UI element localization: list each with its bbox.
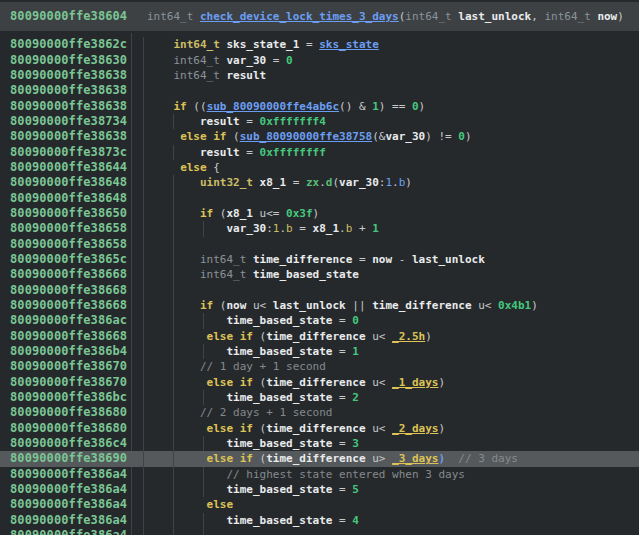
address-label[interactable]: 80090000ffe386c4 [10,436,127,451]
code-row[interactable]: 80090000ffe38658 [0,237,639,252]
code-token: . [339,222,346,235]
address-label[interactable]: 80090000ffe386a4 [10,513,127,528]
address-label[interactable]: 80090000ffe38630 [10,53,127,68]
code-row-selected[interactable]: 80090000ffe38690 else if (time_differenc… [0,451,639,466]
address-label[interactable]: 80090000ffe38648 [10,191,127,206]
address-label[interactable]: 80090000ffe38604 [10,2,127,31]
code-row[interactable]: 80090000ffe38680 else if (time_differenc… [0,421,639,436]
address-label[interactable]: 80090000ffe386a4 [10,482,127,497]
indent-guide [143,359,144,374]
address-label[interactable]: 80090000ffe38638 [10,99,127,114]
code-row[interactable]: 80090000ffe38668 int64_t time_based_stat… [0,267,639,282]
indent-spaces [147,268,200,281]
code-row[interactable]: 80090000ffe38670 // 1 day + 1 second [0,359,639,374]
indent-guide [143,99,144,114]
address-label[interactable]: 80090000ffe38644 [10,160,127,175]
address-label[interactable]: 80090000ffe386a4 [10,467,127,482]
code-row[interactable]: 80090000ffe38638 if ((sub_80090000ffe4ab… [0,99,639,114]
address-label[interactable]: 80090000ffe386a4 [10,497,127,512]
code-token: if [200,207,213,220]
address-label[interactable]: 80090000ffe386b4 [10,344,127,359]
indent-guide [143,283,144,298]
address-label[interactable]: 80090000ffe386a4 [10,528,127,535]
symbol-link[interactable]: _3_days [392,452,438,465]
symbol-link[interactable]: check_device_lock_times_3_days [200,10,399,23]
symbol-link[interactable]: sub_80090000ffe4ab6c [207,100,339,113]
function-signature-row[interactable]: 80090000ffe38604int64_t check_device_loc… [0,2,639,31]
address-label[interactable]: 80090000ffe38638 [10,83,127,98]
indent-guide [143,114,144,129]
address-label[interactable]: 80090000ffe38668 [10,298,127,313]
code-row[interactable]: 80090000ffe386a4 // highest state entere… [0,467,639,482]
code-row[interactable]: 80090000ffe38638 else if (sub_80090000ff… [0,129,639,144]
code-row[interactable]: 80090000ffe386a4 time_based_state = 4 [0,513,639,528]
code-row[interactable]: 80090000ffe3862c int64_t sks_state_1 = s… [0,37,639,52]
address-label[interactable]: 80090000ffe38734 [10,114,127,129]
code-token: : [266,222,273,235]
code-token: . [319,176,326,189]
address-label[interactable]: 80090000ffe38668 [10,267,127,282]
code-row[interactable]: 80090000ffe38658 var_30:1.b = x8_1.b + 1 [0,221,639,236]
address-label[interactable]: 80090000ffe38658 [10,237,127,252]
address-label[interactable]: 80090000ffe38670 [10,359,127,374]
address-label[interactable]: 80090000ffe3862c [10,37,127,52]
address-label[interactable]: 80090000ffe38638 [10,129,127,144]
indent-spaces [147,406,200,419]
code-row[interactable]: 80090000ffe386b4 time_based_state = 1 [0,344,639,359]
code-row[interactable]: 80090000ffe38668 if (now u< last_unlock … [0,298,639,313]
symbol-link[interactable]: sub_80090000ffe38758 [240,130,372,143]
address-label[interactable]: 80090000ffe38668 [10,283,127,298]
code-row[interactable]: 80090000ffe386ac time_based_state = 0 [0,313,639,328]
indent-spaces [147,115,200,128]
code-token: uint32_t [200,176,260,189]
code-token: = [352,253,372,266]
code-row[interactable]: 80090000ffe38638 int64_t result [0,68,639,83]
code-row[interactable]: 80090000ffe386a4 [0,528,639,535]
address-label[interactable]: 80090000ffe38650 [10,206,127,221]
code-row[interactable]: 80090000ffe386c4 time_based_state = 3 [0,436,639,451]
symbol-link[interactable]: _2_days [392,422,438,435]
code-token: , [531,10,544,23]
code-line: time_based_state = 0 [147,313,359,328]
address-label[interactable]: 80090000ffe3873c [10,145,127,160]
code-row[interactable]: 80090000ffe386bc time_based_state = 2 [0,390,639,405]
symbol-link[interactable]: _1_days [392,376,438,389]
code-row[interactable]: 80090000ffe386a4 time_based_state = 5 [0,482,639,497]
address-label[interactable]: 80090000ffe38680 [10,405,127,420]
code-row[interactable]: 80090000ffe38630 int64_t var_30 = 0 [0,53,639,68]
address-label[interactable]: 80090000ffe38690 [10,451,127,466]
code-row[interactable]: 80090000ffe3865c int64_t time_difference… [0,252,639,267]
code-row[interactable]: 80090000ffe38670 else if (time_differenc… [0,375,639,390]
address-label[interactable]: 80090000ffe386bc [10,390,127,405]
address-label[interactable]: 80090000ffe386ac [10,313,127,328]
code-row[interactable]: 80090000ffe38668 else if (time_differenc… [0,329,639,344]
address-label[interactable]: 80090000ffe38670 [10,375,127,390]
code-row[interactable]: 80090000ffe38734 result = 0xfffffff4 [0,114,639,129]
address-label[interactable]: 80090000ffe38638 [10,68,127,83]
code-token: u< [366,422,393,435]
indent-spaces [147,498,207,511]
code-token: result [200,115,240,128]
symbol-link[interactable]: sks_state [319,38,379,51]
code-token: if [200,299,213,312]
code-line: int64_t result [147,68,266,83]
address-label[interactable]: 80090000ffe38648 [10,175,127,190]
code-row[interactable]: 80090000ffe386a4 else [0,497,639,512]
code-row[interactable]: 80090000ffe38650 if (x8_1 u<= 0x3f) [0,206,639,221]
code-row[interactable]: 80090000ffe38668 [0,283,639,298]
code-token: // 1 day + 1 second [200,360,326,373]
code-row[interactable]: 80090000ffe38638 [0,83,639,98]
code-row[interactable]: 80090000ffe38648 uint32_t x8_1 = zx.d(va… [0,175,639,190]
address-label[interactable]: 80090000ffe3865c [10,252,127,267]
address-label[interactable]: 80090000ffe38658 [10,221,127,236]
code-token: if [240,330,253,343]
code-row[interactable]: 80090000ffe38648 [0,191,639,206]
address-label[interactable]: 80090000ffe38668 [10,329,127,344]
address-label[interactable]: 80090000ffe38680 [10,421,127,436]
code-row[interactable]: 80090000ffe38680 // 2 days + 1 second [0,405,639,420]
code-row[interactable]: 80090000ffe3873c result = 0xffffffff [0,145,639,160]
code-row[interactable]: 80090000ffe38644 else { [0,160,639,175]
symbol-link[interactable]: _2.5h [392,330,425,343]
code-token: 5 [352,483,359,496]
code-line: result = 0xffffffff [147,145,326,160]
